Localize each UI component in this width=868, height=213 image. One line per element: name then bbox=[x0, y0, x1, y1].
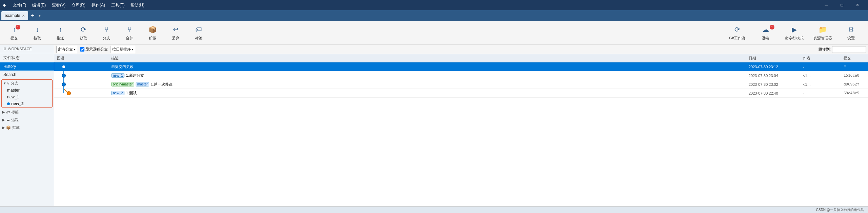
menu-item[interactable]: 工具(T) bbox=[110, 2, 126, 9]
commit-list: 未提交的更改2023-07-30 23:12-*new_11.新建分支2023-… bbox=[54, 62, 868, 206]
toolbar-btn-discard[interactable]: ↩丢弃 bbox=[165, 23, 186, 43]
commit-date: 2023-07-30 23:12 bbox=[746, 65, 800, 69]
col-header-date: 日期 bbox=[746, 56, 800, 61]
sidebar-item-search[interactable]: Search bbox=[0, 71, 54, 79]
tags-label: 标签 bbox=[11, 110, 19, 115]
toolbar-btn-stash[interactable]: 📦贮藏 bbox=[142, 23, 163, 43]
toolbar-btn-commit[interactable]: 1↑提交 bbox=[3, 23, 25, 43]
content-area: 所有分支 ▾ 显示远程分支 按日期排序 ▾ 跳转到: 图谱 描述 日期 作者 提… bbox=[54, 45, 868, 206]
toolbar-label-commit: 提交 bbox=[11, 36, 18, 41]
jump-input[interactable] bbox=[832, 46, 866, 53]
branch-new1[interactable]: new_1 bbox=[2, 94, 52, 100]
commit-description: 未提交的更改 bbox=[111, 64, 134, 69]
toolbar-icon-fetch: ⟳ bbox=[79, 25, 88, 34]
tag-badge: new_1 bbox=[111, 73, 124, 78]
commit-graph-area bbox=[54, 71, 108, 80]
toolbar-btn-pull[interactable]: ↓拉取 bbox=[26, 23, 48, 43]
stash-header[interactable]: ▶ 📦 贮藏 bbox=[0, 124, 54, 132]
stash-icon: 📦 bbox=[6, 125, 11, 130]
toolbar-icon-tag: 🏷 bbox=[194, 25, 203, 34]
commit-row[interactable]: 未提交的更改2023-07-30 23:12-* bbox=[54, 62, 868, 71]
toolbar-label-tag: 标签 bbox=[195, 36, 202, 41]
branch-icon: ⑂ bbox=[7, 81, 9, 85]
commit-date: 2023-07-30 22:40 bbox=[746, 91, 800, 95]
toolbar-label-push: 推送 bbox=[57, 36, 64, 41]
sidebar-item-filestatus[interactable]: 文件状态 bbox=[0, 53, 54, 62]
col-header-desc: 描述 bbox=[108, 56, 746, 61]
toolbar-icon-stash: 📦 bbox=[148, 25, 157, 34]
branch-master[interactable]: master bbox=[2, 87, 52, 94]
svg-point-1 bbox=[62, 65, 65, 69]
commit-description: 1.测试 bbox=[126, 91, 136, 96]
branch-filter-chevron: ▾ bbox=[74, 48, 76, 51]
toolbar-btn-branch[interactable]: ⑂分支 bbox=[96, 23, 117, 43]
commit-graph-area bbox=[54, 80, 108, 89]
graph-svg bbox=[57, 71, 74, 80]
toolbar-icon-discard: ↩ bbox=[171, 25, 180, 34]
toolbar-btn-remote[interactable]: 1☁远端 bbox=[752, 23, 779, 43]
menu-item[interactable]: 操作(A) bbox=[90, 2, 106, 9]
toolbar-btn-settings[interactable]: ⚙设置 bbox=[837, 23, 865, 43]
commit-id: 69e48c5 bbox=[841, 91, 868, 95]
graph-svg bbox=[57, 62, 74, 71]
tab-example[interactable]: example ✕ bbox=[1, 11, 28, 20]
commit-id: 1516ca0 bbox=[841, 73, 868, 78]
tab-add-button[interactable]: + bbox=[28, 13, 37, 19]
tab-label: example bbox=[5, 13, 20, 18]
commit-id: * bbox=[841, 64, 868, 69]
toolbar-btn-push[interactable]: ↑推送 bbox=[50, 23, 71, 43]
maximize-button[interactable]: □ bbox=[834, 0, 850, 10]
status-text: CSDN @一只特立独行的电气鸟 bbox=[816, 208, 864, 212]
jump-to-section: 跳转到: bbox=[818, 46, 866, 53]
filter-bar: 所有分支 ▾ 显示远程分支 按日期排序 ▾ 跳转到: bbox=[54, 45, 868, 54]
sidebar-item-history[interactable]: History bbox=[0, 62, 54, 71]
toolbar-label-git-flow: Git工作流 bbox=[729, 36, 745, 41]
commit-author: <1… bbox=[800, 82, 841, 86]
toolbar-icon-pull: ↓ bbox=[33, 25, 42, 34]
toolbar-btn-terminal[interactable]: ▶命令行模式 bbox=[781, 23, 808, 43]
menu-item[interactable]: 帮助(H) bbox=[129, 2, 146, 9]
commit-desc-area: new_11.新建分支 bbox=[108, 73, 746, 78]
show-remote-checkbox[interactable]: 显示远程分支 bbox=[80, 47, 108, 52]
show-remote-input[interactable] bbox=[80, 47, 84, 52]
toolbar-btn-fetch[interactable]: ⟳获取 bbox=[73, 23, 94, 43]
menu-item[interactable]: 仓库(R) bbox=[70, 2, 87, 9]
sort-chevron: ▾ bbox=[132, 48, 134, 51]
menu-item[interactable]: 查看(V) bbox=[51, 2, 67, 9]
tags-icon: 🏷 bbox=[6, 110, 10, 114]
commit-date: 2023-07-30 23:04 bbox=[746, 74, 800, 78]
commit-row[interactable]: new_21.测试2023-07-30 22:40-69e48c5 bbox=[54, 89, 868, 98]
toolbar-icon-merge: ⑂ bbox=[125, 25, 134, 34]
branch-new2[interactable]: new_2 bbox=[2, 100, 52, 107]
remote-header[interactable]: ▶ ☁ 远程 bbox=[0, 116, 54, 124]
toolbar-icon-branch: ⑂ bbox=[102, 25, 111, 34]
commit-description: 1.第一次修改 bbox=[151, 82, 172, 87]
tab-dropdown-button[interactable]: ▾ bbox=[37, 13, 42, 18]
toolbar-btn-tag[interactable]: 🏷标签 bbox=[188, 23, 210, 43]
branches-label: 分支 bbox=[11, 81, 18, 86]
commit-row[interactable]: new_11.新建分支2023-07-30 23:04<1…1516ca0 bbox=[54, 71, 868, 80]
show-remote-label: 显示远程分支 bbox=[85, 47, 108, 52]
toolbar-icon-git-flow: ⟳ bbox=[732, 25, 742, 34]
menu-item[interactable]: 文件(F) bbox=[12, 2, 27, 9]
toolbar-btn-git-flow[interactable]: ⟳Git工作流 bbox=[724, 23, 751, 43]
tags-header[interactable]: ▶ 🏷 标签 bbox=[0, 108, 54, 116]
toolbar-btn-explorer[interactable]: 📁资源管理器 bbox=[809, 23, 836, 43]
toolbar-btn-merge[interactable]: ⑂合并 bbox=[119, 23, 140, 43]
main-layout: 🖥 WORKSPACE 文件状态 History Search ▾ ⑂ 分支 m… bbox=[0, 45, 868, 206]
close-button[interactable]: ✕ bbox=[850, 0, 865, 10]
commit-row[interactable]: origin/mastermaster1.第一次修改2023-07-30 23:… bbox=[54, 80, 868, 89]
commit-date: 2023-07-30 23:02 bbox=[746, 82, 800, 86]
menu-item[interactable]: 编辑(E) bbox=[31, 2, 47, 9]
tab-close-icon[interactable]: ✕ bbox=[22, 14, 25, 18]
branch-filter-dropdown[interactable]: 所有分支 ▾ bbox=[56, 46, 77, 53]
toolbar-label-pull: 拉取 bbox=[34, 36, 41, 41]
status-bar: CSDN @一只特立独行的电气鸟 bbox=[0, 206, 868, 213]
commit-author: - bbox=[800, 91, 841, 95]
toolbar: 1↑提交↓拉取↑推送⟳获取⑂分支⑂合并📦贮藏↩丢弃🏷标签 ⟳Git工作流1☁远端… bbox=[0, 21, 868, 45]
minimize-button[interactable]: ─ bbox=[818, 0, 834, 10]
branches-header[interactable]: ▾ ⑂ 分支 bbox=[2, 80, 52, 87]
commit-desc-area: 未提交的更改 bbox=[108, 64, 746, 69]
toolbar-label-remote: 远端 bbox=[762, 36, 769, 41]
sort-dropdown[interactable]: 按日期排序 ▾ bbox=[111, 46, 135, 53]
